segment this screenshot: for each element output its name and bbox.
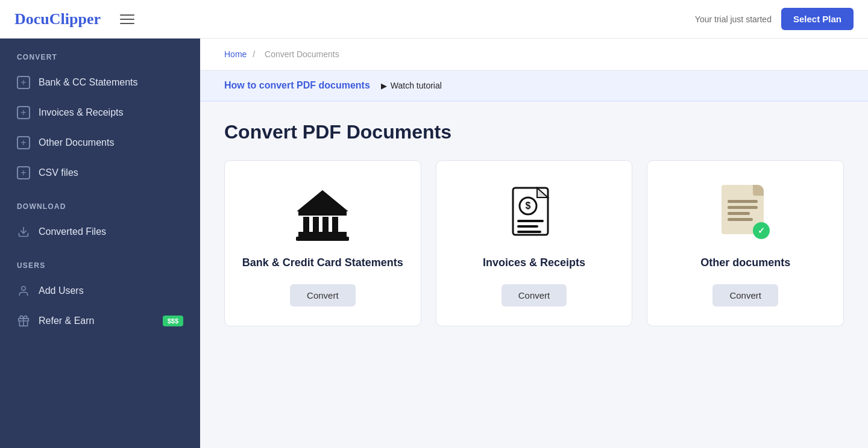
sidebar-item-bank-cc[interactable]: + Bank & CC Statements (0, 67, 200, 98)
sidebar-item-label: CSV files (39, 167, 78, 178)
sidebar-item-invoices[interactable]: + Invoices & Receipts (0, 98, 200, 128)
main-content: Home / Convert Documents How to convert … (200, 39, 868, 448)
plus-icon: + (17, 136, 30, 149)
sidebar-item-label: Converted Files (39, 226, 106, 237)
svg-rect-6 (303, 217, 309, 232)
sidebar-item-label: Refer & Earn (39, 316, 94, 326)
sidebar-section-convert: CONVERT (0, 39, 200, 67)
bank-card: Bank & Credit Card Statements Convert (224, 160, 421, 326)
svg-rect-8 (322, 217, 329, 232)
invoice-card-title: Invoices & Receipts (483, 256, 585, 270)
other-doc-icon: ✓ (722, 185, 770, 245)
bank-convert-button[interactable]: Convert (290, 284, 356, 306)
hamburger-button[interactable] (120, 14, 134, 24)
sidebar-item-add-users[interactable]: Add Users (0, 276, 200, 306)
svg-rect-17 (517, 225, 538, 228)
other-convert-button[interactable]: Convert (712, 284, 778, 306)
sidebar-item-label: Add Users (39, 285, 84, 296)
breadcrumb-current: Convert Documents (265, 49, 339, 59)
hamburger-line (120, 23, 134, 24)
hamburger-line (120, 14, 134, 16)
check-badge: ✓ (753, 222, 770, 239)
svg-rect-9 (332, 217, 338, 232)
doc-line (728, 200, 758, 203)
select-plan-button[interactable]: Select Plan (781, 8, 854, 30)
trial-text: Your trial just started (695, 14, 772, 24)
breadcrumb-separator: / (253, 49, 255, 59)
plus-icon: + (17, 76, 30, 89)
sidebar: CONVERT + Bank & CC Statements + Invoice… (0, 39, 200, 448)
sidebar-item-other-docs[interactable]: + Other Documents (0, 128, 200, 158)
sidebar-item-csv[interactable]: + CSV files (0, 158, 200, 188)
invoice-convert-button[interactable]: Convert (502, 284, 567, 306)
sidebar-spacer (0, 336, 200, 448)
download-icon (17, 225, 30, 238)
sidebar-item-refer-earn[interactable]: Refer & Earn $$$ (0, 306, 200, 336)
bank-card-title: Bank & Credit Card Statements (242, 256, 403, 270)
plus-icon: + (17, 106, 30, 119)
header-left: DocuClipper (14, 10, 134, 28)
bank-icon (292, 185, 353, 245)
other-card: ✓ Other documents Convert (647, 160, 844, 326)
doc-line (728, 212, 750, 215)
breadcrumb-home[interactable]: Home (224, 49, 247, 59)
content-area: Convert PDF Documents (200, 102, 868, 346)
header: DocuClipper Your trial just started Sele… (0, 0, 868, 39)
svg-rect-16 (517, 220, 544, 222)
svg-point-1 (22, 287, 26, 291)
doc-line (728, 218, 753, 221)
sidebar-section-users: USERS (0, 247, 200, 276)
plus-icon: + (17, 166, 30, 179)
svg-text:$: $ (526, 201, 531, 211)
svg-rect-5 (298, 211, 347, 216)
cards-grid: Bank & Credit Card Statements Convert (224, 160, 844, 326)
svg-rect-11 (296, 237, 349, 241)
invoice-card: $ Invoices & Receipts Convert (436, 160, 633, 326)
tutorial-banner: How to convert PDF documents ▶ Watch tut… (200, 70, 868, 102)
invoice-icon: $ (510, 185, 558, 245)
other-card-title: Other documents (700, 256, 790, 270)
gift-icon (17, 314, 30, 328)
svg-rect-10 (298, 232, 347, 237)
sidebar-item-label: Bank & CC Statements (39, 77, 138, 88)
doc-line (728, 206, 758, 209)
layout: CONVERT + Bank & CC Statements + Invoice… (0, 39, 868, 448)
sidebar-item-label: Other Documents (39, 137, 114, 148)
svg-rect-7 (313, 217, 319, 232)
page-title: Convert PDF Documents (224, 121, 844, 143)
play-icon: ▶ (381, 81, 387, 90)
tutorial-link[interactable]: How to convert PDF documents (224, 80, 370, 91)
svg-marker-4 (298, 191, 347, 211)
watch-tutorial-link[interactable]: ▶ Watch tutorial (381, 81, 442, 90)
refer-badge: $$$ (163, 316, 183, 326)
hamburger-line (120, 19, 134, 20)
sidebar-item-label: Invoices & Receipts (39, 107, 124, 118)
breadcrumb: Home / Convert Documents (200, 39, 868, 70)
header-right: Your trial just started Select Plan (695, 8, 854, 30)
user-icon (17, 284, 30, 297)
logo: DocuClipper (14, 10, 101, 28)
sidebar-item-converted-files[interactable]: Converted Files (0, 217, 200, 247)
sidebar-section-download: DOWNLOAD (0, 188, 200, 217)
svg-rect-18 (517, 231, 541, 233)
watch-tutorial-label: Watch tutorial (391, 81, 442, 90)
